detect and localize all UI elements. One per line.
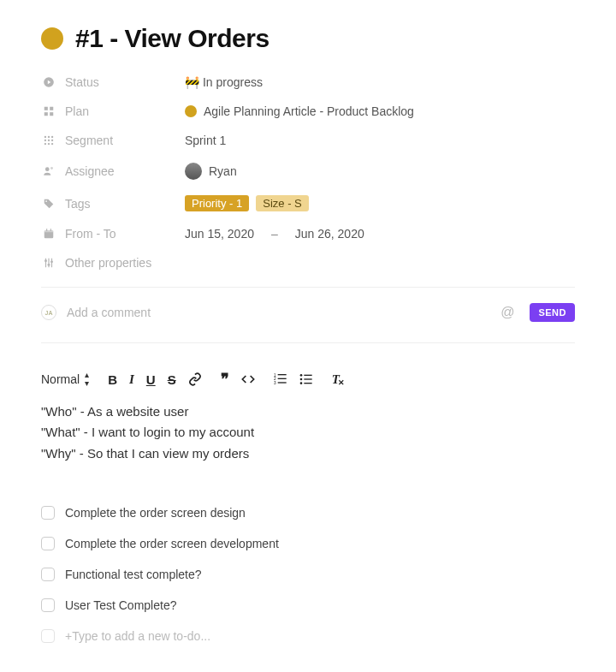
todo-label[interactable]: User Test Complete? <box>65 598 176 612</box>
body-line: "What" - I want to login to my account <box>41 422 575 442</box>
todo-item[interactable]: Complete the order screen design <box>41 506 575 520</box>
bold-button[interactable]: B <box>108 373 117 386</box>
todo-item[interactable]: User Test Complete? <box>41 598 575 612</box>
body-line: "Why" - So that I can view my orders <box>41 443 575 463</box>
link-button[interactable] <box>188 372 202 386</box>
segment-label: Segment <box>56 134 185 147</box>
svg-text:3: 3 <box>274 381 276 385</box>
properties-panel: Status 🚧 In progress Plan Agile Planning… <box>41 75 575 270</box>
date-separator: – <box>271 227 278 241</box>
chevron-updown-icon: ▴▾ <box>85 371 89 388</box>
svg-rect-37 <box>304 378 311 379</box>
svg-point-10 <box>48 140 50 141</box>
checkbox-icon[interactable] <box>41 537 55 550</box>
page-title-row: #1 - View Orders <box>41 24 575 53</box>
send-button[interactable]: SEND <box>530 303 575 322</box>
mention-button[interactable]: @ <box>495 305 519 320</box>
svg-rect-3 <box>50 107 53 110</box>
svg-point-6 <box>44 136 46 138</box>
segment-value[interactable]: Sprint 1 <box>185 134 226 147</box>
svg-rect-19 <box>44 230 54 232</box>
assignee-icon <box>41 165 56 177</box>
status-value[interactable]: 🚧 In progress <box>185 75 263 89</box>
plan-icon <box>41 105 56 117</box>
property-status[interactable]: Status 🚧 In progress <box>41 75 575 89</box>
svg-rect-33 <box>277 382 286 383</box>
date-to[interactable]: Jun 26, 2020 <box>295 227 364 241</box>
bullet-list-button[interactable] <box>299 372 313 386</box>
quote-button[interactable]: ❞ <box>221 372 229 387</box>
divider <box>41 287 575 288</box>
underline-button[interactable]: U <box>146 373 156 386</box>
todo-label[interactable]: Complete the order screen development <box>65 537 279 550</box>
svg-point-15 <box>45 167 50 171</box>
checkbox-icon[interactable] <box>41 568 55 581</box>
svg-point-7 <box>48 136 50 138</box>
svg-rect-5 <box>50 112 53 116</box>
tag-priority[interactable]: Priority - 1 <box>185 195 249 211</box>
svg-rect-4 <box>44 112 48 116</box>
comment-avatar: JA <box>41 305 56 320</box>
todo-item[interactable]: Complete the order screen development <box>41 537 575 550</box>
property-tags[interactable]: Tags Priority - 1 Size - S <box>41 195 575 211</box>
other-properties-label: Other properties <box>56 256 185 270</box>
svg-point-9 <box>44 140 46 141</box>
todo-item[interactable]: Functional test complete? <box>41 568 575 581</box>
tags-label: Tags <box>56 197 185 211</box>
todo-placeholder-label[interactable]: +Type to add a new to-do... <box>65 629 210 643</box>
svg-rect-21 <box>50 229 51 231</box>
italic-button[interactable]: I <box>129 373 134 386</box>
svg-point-26 <box>48 264 50 266</box>
assignee-label: Assignee <box>56 164 185 178</box>
svg-point-34 <box>299 374 302 377</box>
svg-rect-20 <box>46 229 47 231</box>
date-from[interactable]: Jun 15, 2020 <box>185 227 254 241</box>
todo-list: Complete the order screen design Complet… <box>41 506 575 643</box>
format-dropdown[interactable]: Normal ▴▾ <box>41 371 89 388</box>
segment-icon <box>41 134 56 146</box>
svg-point-14 <box>51 143 53 145</box>
comment-bar: JA @ SEND <box>41 300 575 330</box>
sliders-icon <box>41 257 56 269</box>
property-other[interactable]: Other properties <box>41 256 575 270</box>
tag-size[interactable]: Size - S <box>256 195 309 211</box>
format-dropdown-label: Normal <box>41 372 80 386</box>
svg-rect-39 <box>304 383 311 384</box>
checkbox-icon[interactable] <box>41 598 55 612</box>
svg-point-36 <box>299 378 302 381</box>
title-color-dot-icon <box>41 27 63 50</box>
assignee-value[interactable]: Ryan <box>209 164 237 178</box>
calendar-icon <box>41 228 56 240</box>
property-segment[interactable]: Segment Sprint 1 <box>41 134 575 147</box>
editor-toolbar: Normal ▴▾ B I U S ❞ 123 T✕ <box>41 355 575 396</box>
assignee-avatar <box>185 163 202 180</box>
editor-body[interactable]: "Who" - As a website user "What" - I wan… <box>41 401 575 463</box>
todo-add-new[interactable]: +Type to add a new to-do... <box>41 629 575 643</box>
svg-point-11 <box>51 140 53 141</box>
svg-rect-2 <box>44 107 48 110</box>
plan-value[interactable]: Agile Planning Article - Product Backlog <box>204 104 414 118</box>
plan-dot-icon <box>185 105 197 117</box>
code-button[interactable] <box>241 372 255 386</box>
svg-rect-35 <box>304 375 311 376</box>
svg-rect-31 <box>277 378 286 379</box>
ordered-list-button[interactable]: 123 <box>274 372 287 386</box>
property-assignee[interactable]: Assignee Ryan <box>41 163 575 180</box>
status-icon <box>41 76 56 88</box>
divider <box>41 342 575 343</box>
comment-input[interactable] <box>67 306 485 319</box>
todo-label[interactable]: Functional test complete? <box>65 568 202 581</box>
svg-point-17 <box>45 200 47 202</box>
svg-rect-29 <box>277 374 286 375</box>
dates-label: From - To <box>56 227 185 241</box>
status-label: Status <box>56 75 185 89</box>
strikethrough-button[interactable]: S <box>168 373 176 386</box>
property-dates[interactable]: From - To Jun 15, 2020 – Jun 26, 2020 <box>41 227 575 241</box>
body-line: "Who" - As a website user <box>41 401 575 421</box>
clear-format-button[interactable]: T✕ <box>332 373 340 386</box>
svg-point-16 <box>50 167 53 169</box>
property-plan[interactable]: Plan Agile Planning Article - Product Ba… <box>41 104 575 118</box>
page-title[interactable]: #1 - View Orders <box>75 24 270 53</box>
checkbox-icon[interactable] <box>41 506 55 520</box>
todo-label[interactable]: Complete the order screen design <box>65 506 246 520</box>
